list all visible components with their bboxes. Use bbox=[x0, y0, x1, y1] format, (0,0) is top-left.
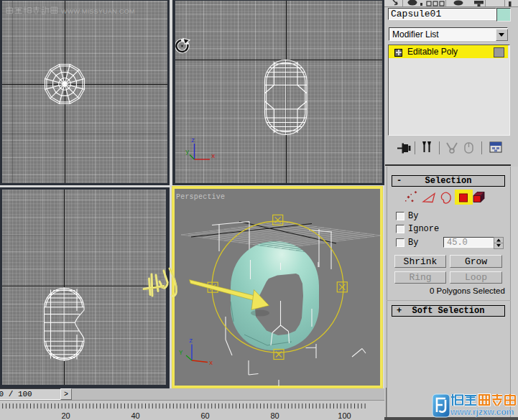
svg-text:z: z bbox=[189, 337, 193, 345]
svg-text:100: 100 bbox=[338, 411, 351, 420]
svg-text:20: 20 bbox=[61, 411, 70, 420]
svg-text:80: 80 bbox=[270, 411, 279, 420]
svg-text:x: x bbox=[209, 360, 213, 367]
svg-text:www.rjzxw.com: www.rjzxw.com bbox=[450, 407, 514, 417]
svg-text:x: x bbox=[211, 153, 215, 160]
svg-text:60: 60 bbox=[200, 411, 209, 420]
svg-text:Y: Y bbox=[179, 350, 183, 357]
svg-text:y: y bbox=[185, 149, 190, 156]
svg-text:40: 40 bbox=[131, 411, 139, 420]
svg-text:WWW.MISSYUAN.COM: WWW.MISSYUAN.COM bbox=[61, 8, 135, 15]
svg-text:z: z bbox=[191, 137, 195, 144]
